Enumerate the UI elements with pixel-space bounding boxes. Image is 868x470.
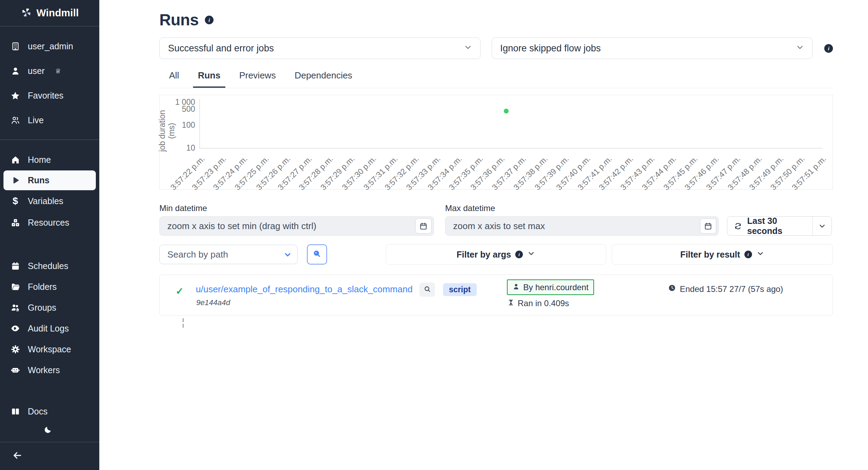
run-ended: Ended 15:57 27/7 (57s ago) [668,284,783,294]
sidebar-item-groups[interactable]: Groups [0,297,99,318]
skipped-filter-select[interactable]: Ignore skipped flow jobs [492,37,813,59]
folder-icon [10,282,20,292]
filter-by-args-button[interactable]: Filter by args i [386,244,606,265]
sidebar-main-group: Home Runs $ Variables [0,149,99,233]
sidebar-item-user[interactable]: user ♕ [0,59,99,83]
sidebar-item-docs[interactable]: Docs [0,401,99,422]
collapse-arrow-icon[interactable] [12,450,23,462]
home-label: Home [28,155,51,165]
sidebar: Windmill user_admin user ♕ [0,0,99,470]
sidebar-footer [0,442,99,470]
sidebar-header: Windmill [0,0,99,26]
max-datetime-input[interactable] [445,216,719,236]
windmill-logo-icon [20,7,32,20]
tab-dependencies[interactable]: Dependencies [290,70,357,88]
sidebar-item-workspace[interactable]: user_admin [0,34,99,59]
calendar-icon [10,261,20,271]
sidebar-item-audit-logs[interactable]: Audit Logs [0,318,99,339]
run-duration-label: Ran in 0.409s [518,299,569,308]
workers-label: Workers [28,365,60,375]
status-filter-value: Successful and error jobs [168,43,274,54]
chevron-down-icon[interactable] [283,250,292,260]
sidebar-item-home[interactable]: Home [0,149,99,170]
chart-y-axis-line [199,99,200,149]
tab-previews[interactable]: Previews [234,70,281,88]
chevron-down-icon[interactable] [813,222,832,230]
run-path-link[interactable]: u/user/example_of_responding_to_a_slack_… [196,284,412,295]
variables-label: Variables [28,196,63,206]
chart-data-point[interactable] [504,109,509,114]
sidebar-item-favorites[interactable]: Favorites [0,83,99,108]
filter-result-info-icon: i [744,251,752,258]
sidebar-account-group: user_admin user ♕ Favorites [0,34,99,133]
tab-all[interactable]: All [164,70,184,88]
timeline-dashes [183,318,184,328]
success-check-icon: ✓ [176,286,184,297]
min-datetime-calendar-button[interactable] [415,218,432,234]
sidebar-item-variables[interactable]: $ Variables [0,190,99,212]
sidebar-item-folders[interactable]: Folders [0,276,99,297]
sidebar-item-runs[interactable]: Runs [3,170,96,190]
run-inspect-button[interactable] [419,283,435,297]
home-icon [10,155,20,165]
run-by-badge[interactable]: By henri.courdent [507,279,594,295]
favorites-label: Favorites [28,91,64,101]
run-ended-label: Ended 15:57 27/7 (57s ago) [680,284,783,294]
audit-logs-label: Audit Logs [28,324,69,334]
dollar-icon: $ [10,196,20,206]
boxes-icon [10,218,20,227]
docs-label: Docs [28,406,48,417]
chevron-down-icon [527,249,535,260]
filter-args-info-icon: i [515,251,523,258]
min-datetime-input[interactable] [159,216,434,236]
search-input[interactable] [159,245,298,264]
skipped-filter-value: Ignore skipped flow jobs [500,43,601,54]
refresh-icon [734,222,742,230]
chevron-down-icon [756,249,765,260]
sidebar-item-workers[interactable]: Workers [0,360,99,380]
book-icon [10,406,20,416]
quick-range-button[interactable]: Last 30 seconds [727,216,832,236]
sidebar-item-live[interactable]: Live [0,108,99,133]
groups-label: Groups [28,303,56,313]
building-icon [10,42,20,51]
crown-icon: ♕ [55,67,61,75]
theme-toggle-row [0,423,99,438]
search-button[interactable] [307,244,327,265]
status-filter-select[interactable]: Successful and error jobs [159,37,481,59]
runs-label: Runs [28,175,50,185]
divider [0,140,99,140]
schedules-label: Schedules [28,261,68,271]
filter-selects-row: Successful and error jobs Ignore skipped… [159,37,833,59]
title-row: Runs i [159,10,833,29]
run-duration: Ran in 0.409s [508,299,569,308]
max-datetime-calendar-button[interactable] [700,218,716,234]
main-content: Runs i Successful and error jobs Ignore … [99,0,868,470]
live-label: Live [28,115,44,125]
min-datetime-label: Min datetime [159,203,434,213]
star-icon [10,91,20,101]
tabs: All Runs Previews Dependencies [159,70,833,88]
gear-icon [10,344,20,354]
eye-icon [10,324,20,333]
user-icon [10,66,20,76]
hourglass-icon [508,299,514,308]
sidebar-item-schedules[interactable]: Schedules [0,255,99,276]
chart-y-tick: 500 [169,104,195,114]
chevron-down-icon [795,43,804,54]
sidebar-item-resources[interactable]: Resources [0,212,99,233]
play-icon [10,176,20,185]
runs-info-icon[interactable]: i [205,16,214,24]
filter-by-result-button[interactable]: Filter by result i [612,244,833,265]
tab-runs[interactable]: Runs [193,70,225,88]
chevron-down-icon [464,43,473,54]
moon-icon[interactable] [44,426,52,435]
page-title: Runs [159,10,199,29]
folders-label: Folders [28,282,57,292]
quick-range-label: Last 30 seconds [747,216,812,236]
sidebar-item-workspace-settings[interactable]: Workspace [0,339,99,360]
runs-duration-chart[interactable]: job duration (ms) 1 000500100103:57:22 p… [159,95,833,190]
skipped-filter-info-icon[interactable]: i [824,44,833,53]
workspace-settings-label: Workspace [28,344,71,354]
run-row[interactable]: ✓ u/user/example_of_responding_to_a_slac… [159,275,833,316]
